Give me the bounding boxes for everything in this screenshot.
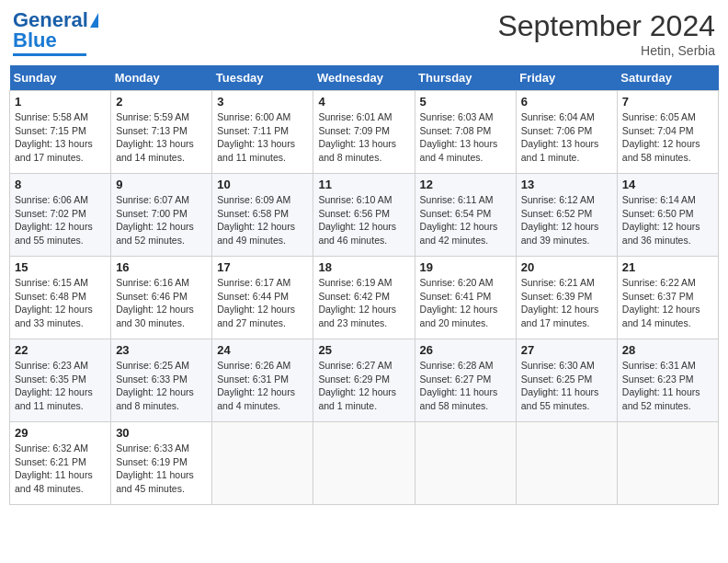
day-header-sunday: Sunday — [10, 65, 111, 91]
day-header-saturday: Saturday — [617, 65, 718, 91]
day-number: 12 — [420, 178, 511, 191]
day-info: Sunrise: 6:30 AMSunset: 6:25 PMDaylight:… — [521, 359, 612, 413]
day-header-tuesday: Tuesday — [212, 65, 313, 91]
day-number: 15 — [15, 260, 106, 274]
calendar-cell: 3Sunrise: 6:00 AMSunset: 7:11 PMDaylight… — [212, 91, 313, 174]
calendar-cell: 10Sunrise: 6:09 AMSunset: 6:58 PMDayligh… — [212, 174, 313, 257]
calendar-cell: 7Sunrise: 6:05 AMSunset: 7:04 PMDaylight… — [617, 91, 718, 174]
day-number: 18 — [318, 260, 409, 274]
calendar-cell: 27Sunrise: 6:30 AMSunset: 6:25 PMDayligh… — [516, 339, 617, 422]
day-header-wednesday: Wednesday — [313, 65, 415, 91]
logo-triangle-icon — [90, 13, 98, 28]
day-number: 25 — [318, 343, 409, 357]
calendar-cell: 4Sunrise: 6:01 AMSunset: 7:09 PMDaylight… — [313, 91, 415, 174]
day-info: Sunrise: 6:33 AMSunset: 6:19 PMDaylight:… — [116, 442, 207, 496]
day-header-thursday: Thursday — [415, 65, 516, 91]
calendar-cell: 17Sunrise: 6:17 AMSunset: 6:44 PMDayligh… — [212, 257, 313, 339]
day-info: Sunrise: 6:31 AMSunset: 6:23 PMDaylight:… — [622, 359, 713, 413]
day-info: Sunrise: 6:10 AMSunset: 6:56 PMDaylight:… — [318, 193, 409, 247]
day-number: 7 — [622, 95, 713, 109]
calendar-cell: 22Sunrise: 6:23 AMSunset: 6:35 PMDayligh… — [10, 339, 111, 422]
day-info: Sunrise: 6:16 AMSunset: 6:46 PMDaylight:… — [116, 276, 207, 330]
day-header-monday: Monday — [111, 65, 212, 91]
calendar-cell: 5Sunrise: 6:03 AMSunset: 7:08 PMDaylight… — [415, 91, 516, 174]
day-number: 27 — [521, 343, 612, 357]
day-info: Sunrise: 6:03 AMSunset: 7:08 PMDaylight:… — [420, 110, 511, 165]
day-info: Sunrise: 6:09 AMSunset: 6:58 PMDaylight:… — [217, 193, 308, 247]
day-number: 29 — [15, 426, 106, 440]
day-info: Sunrise: 5:58 AMSunset: 7:15 PMDaylight:… — [15, 110, 106, 165]
day-number: 11 — [318, 178, 409, 191]
calendar-cell: 21Sunrise: 6:22 AMSunset: 6:37 PMDayligh… — [617, 257, 718, 339]
calendar-cell: 20Sunrise: 6:21 AMSunset: 6:39 PMDayligh… — [516, 257, 617, 339]
day-info: Sunrise: 6:04 AMSunset: 7:06 PMDaylight:… — [521, 110, 612, 165]
location: Hetin, Serbia — [497, 43, 715, 58]
logo: General Blue — [13, 9, 98, 56]
calendar-cell: 30Sunrise: 6:33 AMSunset: 6:19 PMDayligh… — [111, 422, 212, 505]
day-info: Sunrise: 6:28 AMSunset: 6:27 PMDaylight:… — [420, 359, 511, 413]
day-info: Sunrise: 6:12 AMSunset: 6:52 PMDaylight:… — [521, 193, 612, 247]
day-header-friday: Friday — [516, 65, 617, 91]
day-number: 17 — [217, 260, 308, 274]
calendar-cell: 13Sunrise: 6:12 AMSunset: 6:52 PMDayligh… — [516, 174, 617, 257]
calendar-cell — [415, 422, 516, 505]
day-info: Sunrise: 6:15 AMSunset: 6:48 PMDaylight:… — [15, 276, 106, 330]
calendar-cell: 11Sunrise: 6:10 AMSunset: 6:56 PMDayligh… — [313, 174, 415, 257]
calendar-cell: 14Sunrise: 6:14 AMSunset: 6:50 PMDayligh… — [617, 174, 718, 257]
calendar-cell: 16Sunrise: 6:16 AMSunset: 6:46 PMDayligh… — [111, 257, 212, 339]
calendar-cell: 23Sunrise: 6:25 AMSunset: 6:33 PMDayligh… — [111, 339, 212, 422]
day-info: Sunrise: 6:06 AMSunset: 7:02 PMDaylight:… — [15, 193, 106, 247]
day-number: 23 — [116, 343, 207, 357]
day-number: 28 — [622, 343, 713, 357]
calendar-cell — [212, 422, 313, 505]
calendar-cell: 6Sunrise: 6:04 AMSunset: 7:06 PMDaylight… — [516, 91, 617, 174]
day-info: Sunrise: 6:11 AMSunset: 6:54 PMDaylight:… — [420, 193, 511, 247]
day-info: Sunrise: 6:14 AMSunset: 6:50 PMDaylight:… — [622, 193, 713, 247]
day-number: 4 — [318, 95, 409, 109]
day-info: Sunrise: 6:05 AMSunset: 7:04 PMDaylight:… — [622, 110, 713, 165]
day-number: 16 — [116, 260, 207, 274]
day-number: 9 — [116, 178, 207, 191]
day-info: Sunrise: 5:59 AMSunset: 7:13 PMDaylight:… — [116, 110, 207, 165]
day-number: 5 — [420, 95, 511, 109]
day-number: 26 — [420, 343, 511, 357]
logo-blue-text: Blue — [13, 29, 57, 52]
title-area: September 2024 Hetin, Serbia — [497, 9, 715, 58]
calendar-cell — [617, 422, 718, 505]
day-number: 30 — [116, 426, 207, 440]
day-number: 22 — [15, 343, 106, 357]
calendar-cell: 29Sunrise: 6:32 AMSunset: 6:21 PMDayligh… — [10, 422, 111, 505]
calendar-cell: 18Sunrise: 6:19 AMSunset: 6:42 PMDayligh… — [313, 257, 415, 339]
day-number: 8 — [15, 178, 106, 191]
day-info: Sunrise: 6:00 AMSunset: 7:11 PMDaylight:… — [217, 110, 308, 165]
calendar-cell: 15Sunrise: 6:15 AMSunset: 6:48 PMDayligh… — [10, 257, 111, 339]
calendar-table: SundayMondayTuesdayWednesdayThursdayFrid… — [9, 65, 719, 505]
day-number: 21 — [622, 260, 713, 274]
day-info: Sunrise: 6:21 AMSunset: 6:39 PMDaylight:… — [521, 276, 612, 330]
calendar-cell: 25Sunrise: 6:27 AMSunset: 6:29 PMDayligh… — [313, 339, 415, 422]
page-header: General Blue September 2024 Hetin, Serbi… — [9, 9, 719, 58]
day-number: 13 — [521, 178, 612, 191]
day-number: 24 — [217, 343, 308, 357]
calendar-cell: 2Sunrise: 5:59 AMSunset: 7:13 PMDaylight… — [111, 91, 212, 174]
day-info: Sunrise: 6:07 AMSunset: 7:00 PMDaylight:… — [116, 193, 207, 247]
calendar-cell: 24Sunrise: 6:26 AMSunset: 6:31 PMDayligh… — [212, 339, 313, 422]
day-info: Sunrise: 6:22 AMSunset: 6:37 PMDaylight:… — [622, 276, 713, 330]
calendar-cell: 9Sunrise: 6:07 AMSunset: 7:00 PMDaylight… — [111, 174, 212, 257]
calendar-cell: 12Sunrise: 6:11 AMSunset: 6:54 PMDayligh… — [415, 174, 516, 257]
logo-underline — [13, 53, 86, 56]
day-info: Sunrise: 6:20 AMSunset: 6:41 PMDaylight:… — [420, 276, 511, 330]
day-info: Sunrise: 6:25 AMSunset: 6:33 PMDaylight:… — [116, 359, 207, 413]
calendar-cell — [516, 422, 617, 505]
day-number: 14 — [622, 178, 713, 191]
day-info: Sunrise: 6:01 AMSunset: 7:09 PMDaylight:… — [318, 110, 409, 165]
calendar-cell: 1Sunrise: 5:58 AMSunset: 7:15 PMDaylight… — [10, 91, 111, 174]
calendar-cell: 8Sunrise: 6:06 AMSunset: 7:02 PMDaylight… — [10, 174, 111, 257]
day-number: 3 — [217, 95, 308, 109]
calendar-cell: 19Sunrise: 6:20 AMSunset: 6:41 PMDayligh… — [415, 257, 516, 339]
day-number: 6 — [521, 95, 612, 109]
calendar-cell — [313, 422, 415, 505]
day-info: Sunrise: 6:23 AMSunset: 6:35 PMDaylight:… — [15, 359, 106, 413]
day-info: Sunrise: 6:27 AMSunset: 6:29 PMDaylight:… — [318, 359, 409, 413]
day-number: 10 — [217, 178, 308, 191]
